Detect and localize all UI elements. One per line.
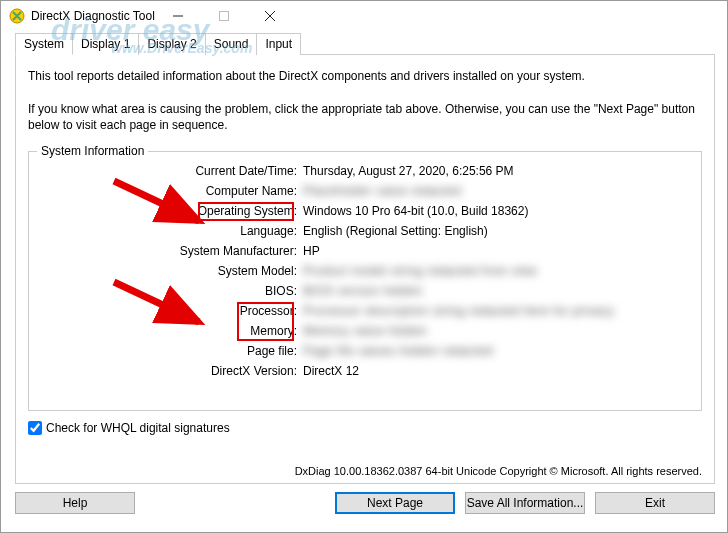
label-manufacturer: System Manufacturer: (41, 244, 301, 258)
annotation-highlight-proc-mem (237, 302, 294, 341)
maximize-button[interactable] (201, 1, 247, 31)
titlebar: DirectX Diagnostic Tool (1, 1, 727, 31)
exit-button[interactable]: Exit (595, 492, 715, 514)
annotation-highlight-os (198, 202, 294, 221)
tab-display1[interactable]: Display 1 (72, 33, 139, 55)
dxdiag-icon (9, 8, 25, 24)
whql-checkbox-row[interactable]: Check for WHQL digital signatures (28, 421, 702, 435)
value-language: English (Regional Setting: English) (301, 224, 488, 238)
fieldset-legend: System Information (37, 144, 148, 158)
tab-display2[interactable]: Display 2 (138, 33, 205, 55)
whql-checkbox[interactable] (28, 421, 42, 435)
close-button[interactable] (247, 1, 293, 31)
intro-text-2: If you know what area is causing the pro… (28, 101, 702, 133)
tab-sound[interactable]: Sound (205, 33, 258, 55)
value-pagefile: Page file values hidden redacted (301, 344, 493, 358)
label-model: System Model: (41, 264, 301, 278)
value-model: Product model string redacted from view (301, 264, 537, 278)
value-datetime: Thursday, August 27, 2020, 6:25:56 PM (301, 164, 514, 178)
label-language: Language: (41, 224, 301, 238)
whql-label: Check for WHQL digital signatures (46, 421, 230, 435)
tab-system[interactable]: System (15, 33, 73, 55)
intro-text-1: This tool reports detailed information a… (28, 69, 702, 83)
content-panel: This tool reports detailed information a… (15, 54, 715, 484)
row-os: Operating System: Windows 10 Pro 64-bit … (41, 202, 689, 219)
label-computername: Computer Name: (41, 184, 301, 198)
value-os: Windows 10 Pro 64-bit (10.0, Build 18362… (301, 204, 528, 218)
row-processor: Processor: Processor description string … (41, 302, 689, 319)
row-manufacturer: System Manufacturer: HP (41, 242, 689, 259)
row-directx: DirectX Version: DirectX 12 (41, 362, 689, 379)
label-datetime: Current Date/Time: (41, 164, 301, 178)
save-all-button[interactable]: Save All Information... (465, 492, 585, 514)
row-bios: BIOS: BIOS version hidden (41, 282, 689, 299)
label-pagefile: Page file: (41, 344, 301, 358)
row-pagefile: Page file: Page file values hidden redac… (41, 342, 689, 359)
row-datetime: Current Date/Time: Thursday, August 27, … (41, 162, 689, 179)
next-page-button[interactable]: Next Page (335, 492, 455, 514)
copyright-text: DxDiag 10.00.18362.0387 64-bit Unicode C… (295, 465, 702, 477)
row-computername: Computer Name: Placeholder value redacte… (41, 182, 689, 199)
help-button[interactable]: Help (15, 492, 135, 514)
system-info-fieldset: System Information Current Date/Time: Th… (28, 151, 702, 411)
footer-buttons: Help Next Page Save All Information... E… (1, 484, 727, 514)
row-model: System Model: Product model string redac… (41, 262, 689, 279)
window-title: DirectX Diagnostic Tool (31, 9, 155, 23)
row-memory: Memory: Memory value hidden (41, 322, 689, 339)
value-directx: DirectX 12 (301, 364, 359, 378)
row-language: Language: English (Regional Setting: Eng… (41, 222, 689, 239)
value-bios: BIOS version hidden (301, 284, 423, 298)
label-directx: DirectX Version: (41, 364, 301, 378)
value-computername: Placeholder value redacted (301, 184, 461, 198)
tab-input[interactable]: Input (256, 33, 301, 55)
value-manufacturer: HP (301, 244, 320, 258)
svg-rect-1 (219, 12, 228, 21)
value-processor: Processor description string redacted he… (301, 304, 614, 318)
value-memory: Memory value hidden (301, 324, 427, 338)
label-bios: BIOS: (41, 284, 301, 298)
tab-strip: System Display 1 Display 2 Sound Input (1, 31, 727, 55)
minimize-button[interactable] (155, 1, 201, 31)
